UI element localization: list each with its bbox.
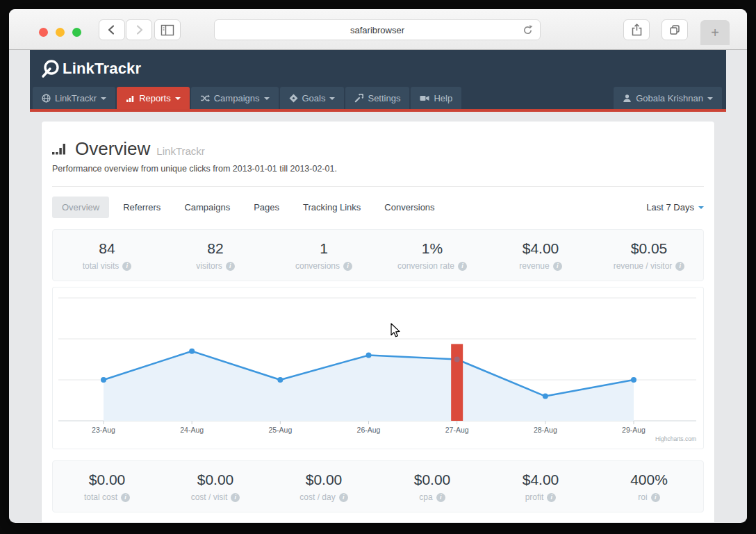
stat-value: 400% [595, 472, 703, 488]
chevron-down-icon [707, 97, 713, 100]
share-button[interactable] [623, 19, 650, 40]
stat-value: 1% [378, 240, 486, 257]
tab-overview[interactable]: Overview [52, 197, 109, 218]
info-circle-icon[interactable] [436, 493, 445, 502]
svg-text:27-Aug: 27-Aug [445, 426, 469, 434]
stat-label: roi [638, 492, 647, 502]
stat-visitors: 82 visitors [161, 230, 270, 281]
new-tab-button[interactable]: + [700, 20, 730, 45]
nav-item-reports[interactable]: Reports [117, 87, 190, 109]
nav-item-help[interactable]: Help [411, 87, 461, 109]
stat-value: $0.00 [53, 472, 161, 488]
tab-conversions[interactable]: Conversions [375, 197, 444, 218]
tab-campaigns[interactable]: Campaigns [174, 197, 240, 218]
nav-item-goals[interactable]: Goals [280, 87, 345, 109]
nav-item-label: Settings [368, 93, 400, 103]
stat-cost-per-visit: $0.00 cost / visit [161, 461, 270, 512]
stat-total-visits: 84 total visits [53, 230, 161, 281]
stat-conversions: 1 conversions [270, 230, 378, 281]
stat-label: cpa [419, 492, 432, 502]
site-header: LinkTrackr [30, 50, 726, 87]
svg-text:25-Aug: 25-Aug [268, 426, 292, 434]
sidebar-toggle-button[interactable] [154, 19, 181, 40]
share-icon [630, 23, 643, 37]
page-subtitle: Performance overview from unique clicks … [52, 164, 704, 174]
address-bar[interactable]: safaribrowser [214, 19, 541, 40]
report-tabs: Overview Referrers Campaigns Pages Track… [42, 187, 714, 218]
nav-item-linktrackr[interactable]: LinkTrackr [33, 87, 115, 109]
stat-conversion-rate: 1% conversion rate [378, 230, 486, 281]
site-logo[interactable]: LinkTrackr [40, 58, 141, 79]
stat-label: profit [525, 492, 544, 502]
info-circle-icon[interactable] [553, 262, 562, 271]
chevron-down-icon [101, 97, 106, 100]
date-range-selector[interactable]: Last 7 Days [646, 202, 704, 212]
info-circle-icon[interactable] [651, 493, 660, 502]
info-circle-icon[interactable] [226, 262, 235, 271]
stat-label: revenue [519, 261, 549, 271]
info-circle-icon[interactable] [547, 493, 556, 502]
stat-cpa: $0.00 cpa [378, 461, 486, 512]
reload-icon [521, 24, 534, 37]
shuffle-icon [200, 94, 210, 103]
nav-item-campaigns[interactable]: Campaigns [191, 87, 279, 109]
overview-chart-svg[interactable]: 23-Aug24-Aug25-Aug26-Aug27-Aug28-Aug29-A… [53, 287, 702, 447]
tab-referrers[interactable]: Referrers [113, 197, 170, 218]
stat-label: total cost [84, 492, 117, 502]
user-menu[interactable]: Gobala Krishnan [614, 87, 722, 109]
nav-item-label: LinkTrackr [55, 93, 97, 103]
address-bar-text: safaribrowser [350, 25, 404, 35]
sidebar-icon [161, 24, 174, 36]
page-title-suffix: LinkTrackr [156, 145, 204, 157]
info-circle-icon[interactable] [122, 262, 131, 271]
chevron-down-icon [698, 206, 704, 209]
chevron-down-icon [329, 97, 335, 100]
stat-value: $0.00 [161, 472, 270, 488]
info-circle-icon[interactable] [343, 262, 352, 271]
forward-button[interactable] [126, 19, 152, 40]
info-circle-icon[interactable] [121, 493, 130, 502]
zoom-icon[interactable] [72, 28, 81, 37]
stat-label: conversion rate [397, 261, 454, 271]
globe-icon [42, 94, 51, 103]
stat-revenue: $4.00 revenue [486, 230, 595, 281]
nav-item-settings[interactable]: Settings [345, 87, 409, 109]
wrench-icon [354, 94, 363, 103]
stats-row-bottom: $0.00 total cost $0.00 cost / visit $0.0… [52, 460, 704, 512]
overview-chart[interactable]: 23-Aug24-Aug25-Aug26-Aug27-Aug28-Aug29-A… [52, 287, 704, 449]
minimize-icon[interactable] [56, 28, 65, 37]
stat-revenue-per-visitor: $0.05 revenue / visitor [595, 230, 703, 281]
page-viewport: LinkTrackr LinkTrackr Reports [9, 50, 747, 522]
info-circle-icon[interactable] [675, 262, 684, 271]
svg-text:23-Aug: 23-Aug [92, 426, 115, 434]
info-circle-icon[interactable] [339, 493, 348, 502]
tab-tracking-links[interactable]: Tracking Links [293, 197, 370, 218]
tab-pages[interactable]: Pages [244, 197, 289, 218]
tab-overview-button[interactable] [662, 19, 688, 40]
signal-bars-icon [52, 142, 69, 155]
info-circle-icon[interactable] [458, 262, 467, 271]
nav-item-label: Reports [139, 93, 171, 103]
nav-item-label: Help [434, 93, 452, 103]
stat-value: 1 [270, 240, 378, 257]
stat-value: $4.00 [486, 240, 595, 257]
stat-value: $4.00 [486, 472, 595, 488]
nav-item-label: Campaigns [214, 93, 260, 103]
navbar-spacer [463, 87, 614, 109]
stat-label: revenue / visitor [614, 261, 673, 271]
stat-value: $0.00 [270, 472, 378, 488]
svg-text:26-Aug: 26-Aug [357, 426, 381, 434]
plus-icon: + [711, 25, 719, 41]
stat-cost-per-day: $0.00 cost / day [270, 461, 378, 512]
stat-label: total visits [83, 261, 120, 271]
stat-value: $0.05 [595, 240, 703, 257]
svg-text:28-Aug: 28-Aug [534, 426, 557, 434]
back-button[interactable] [99, 19, 125, 40]
diamond-icon [289, 94, 298, 103]
forward-chevron-icon [133, 24, 145, 36]
reload-button[interactable] [521, 24, 534, 39]
video-camera-icon [420, 94, 429, 103]
close-icon[interactable] [39, 28, 48, 37]
nav-item-label: Goals [302, 93, 326, 103]
info-circle-icon[interactable] [231, 493, 240, 502]
